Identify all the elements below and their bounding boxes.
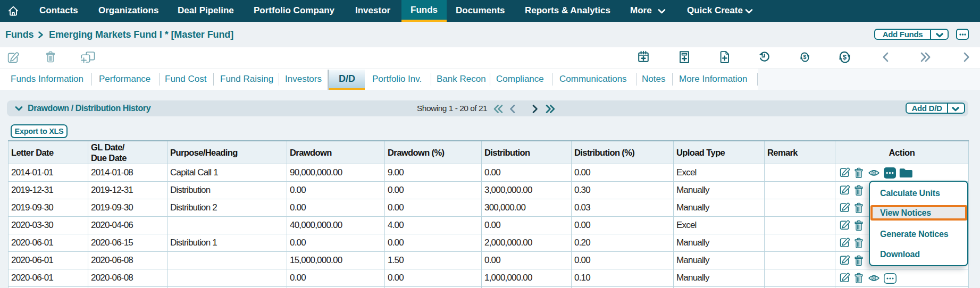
svg-text:$: $: [843, 54, 847, 61]
svg-text:$: $: [803, 54, 807, 60]
